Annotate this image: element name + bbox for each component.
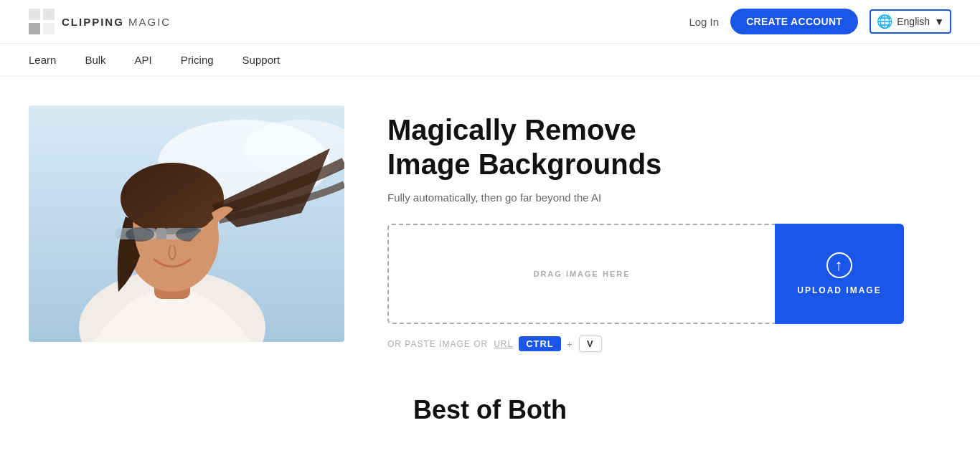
logo-text: CLIPPING MAGIC <box>62 16 171 28</box>
svg-point-16 <box>126 227 154 242</box>
hero-content: Magically Remove Image Backgrounds Fully… <box>387 105 904 352</box>
nav-item-pricing[interactable]: Pricing <box>181 54 214 66</box>
upload-arrow-icon: ↑ <box>826 252 852 278</box>
svg-rect-0 <box>29 9 40 20</box>
language-label: English <box>897 16 930 27</box>
create-account-button[interactable]: CREATE ACCOUNT <box>730 9 858 34</box>
nav-item-learn[interactable]: Learn <box>29 54 56 66</box>
hero-subtitle: Fully automatically, then go far beyond … <box>387 191 904 204</box>
svg-rect-15 <box>156 228 166 239</box>
ctrl-key: CTRL <box>519 336 561 351</box>
upload-area: DRAG IMAGE HERE ↑ UPLOAD IMAGE <box>387 224 904 324</box>
login-link[interactable]: Log In <box>689 16 719 28</box>
hero-image-container <box>29 105 344 342</box>
plus-sign: + <box>567 338 573 350</box>
paste-hint: OR PASTE IMAGE OR URL CTRL + V <box>387 336 904 352</box>
best-of-both-title: Best of Both <box>29 395 951 425</box>
v-key: V <box>579 336 602 352</box>
globe-icon: 🌐 <box>877 14 892 29</box>
nav-item-api[interactable]: API <box>135 54 152 66</box>
svg-rect-2 <box>29 23 40 34</box>
chevron-down-icon: ▼ <box>934 16 944 27</box>
language-selector[interactable]: 🌐 English ▼ <box>870 9 951 34</box>
url-link[interactable]: URL <box>494 339 513 349</box>
logo[interactable]: CLIPPING MAGIC <box>29 9 171 34</box>
upload-image-button[interactable]: ↑ UPLOAD IMAGE <box>775 224 904 324</box>
svg-rect-1 <box>43 9 55 20</box>
hero-section: Magically Remove Image Backgrounds Fully… <box>0 77 933 374</box>
nav-item-support[interactable]: Support <box>242 54 281 66</box>
hero-image <box>29 105 344 342</box>
drag-drop-zone[interactable]: DRAG IMAGE HERE <box>387 224 775 324</box>
upload-button-label: UPLOAD IMAGE <box>797 285 881 295</box>
svg-rect-3 <box>43 23 55 34</box>
logo-icon <box>29 9 55 34</box>
main-nav: Learn Bulk API Pricing Support <box>0 44 980 77</box>
header-actions: Log In CREATE ACCOUNT 🌐 English ▼ <box>689 9 951 34</box>
best-of-both-section: Best of Both <box>0 374 980 439</box>
site-header: CLIPPING MAGIC Log In CREATE ACCOUNT 🌐 E… <box>0 0 980 44</box>
hero-title: Magically Remove Image Backgrounds <box>387 113 904 181</box>
paste-hint-text: OR PASTE IMAGE OR <box>387 339 488 349</box>
nav-item-bulk[interactable]: Bulk <box>85 54 105 66</box>
